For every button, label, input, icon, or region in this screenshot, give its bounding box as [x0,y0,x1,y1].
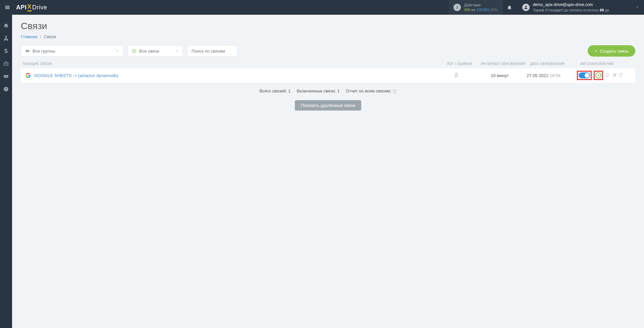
folder-icon [25,49,30,53]
col-header-name: ТЕКУЩИЕ СВЯЗИ [22,62,443,66]
actions-counter[interactable]: i Действия: 408 из 100'000 (0%) [449,0,503,15]
gear-icon [612,73,616,77]
sidebar: ? [0,15,12,328]
report-icon[interactable] [392,88,396,93]
links-select-label: Все связи [139,49,159,54]
page-title: Связи [21,21,635,31]
summary-enabled: Включенные связи: 1 [297,88,340,93]
filter-toolbar: Все группы Все связи Создать связь [21,45,635,57]
delete-button[interactable] [619,73,623,78]
chevron-down-icon [635,5,639,9]
notifications-button[interactable] [503,5,516,10]
summary-bar: Всего связей: 1 Включенные связи: 1 Отче… [21,88,635,93]
briefcase-icon [3,61,9,66]
autoupdate-toggle[interactable] [579,72,590,78]
avatar-icon [522,4,530,11]
play-icon [132,49,137,53]
youtube-icon [3,74,9,79]
chevron-down-icon [116,49,119,54]
connection-name[interactable]: GOOGLE SHEETS -> (amazon dynamodb) [34,73,118,78]
svg-text:?: ? [5,87,7,91]
user-tariff: Тариф |Стандарт| до оплаты осталось 69 д… [533,8,609,12]
settings-button[interactable] [612,73,616,78]
user-email: demo_apix-drive@apix-drive.com [533,2,609,8]
user-menu-chevron[interactable] [635,4,639,10]
menu-toggle-button[interactable] [0,0,15,15]
bell-icon [507,5,512,10]
breadcrumb-home[interactable]: Главная [21,34,37,39]
header-right: i Действия: 408 из 100'000 (0%) demo_api… [449,0,644,15]
top-header: APIXDrive i Действия: 408 из 100'000 (0%… [0,0,644,15]
groups-select[interactable]: Все группы [21,45,123,57]
breadcrumb-current: Связи [44,34,56,39]
table-header: ТЕКУЩИЕ СВЯЗИ ЛОГ / ОШИБКИ ИНТЕРВАЛ ОБНО… [21,62,635,68]
hamburger-icon [4,4,10,10]
log-button[interactable] [454,73,459,78]
home-icon [3,23,9,28]
google-icon [25,73,31,78]
user-menu[interactable]: demo_apix-drive@apix-drive.com Тариф |Ст… [516,2,615,12]
user-text: demo_apix-drive@apix-drive.com Тариф |Ст… [533,2,609,12]
sidebar-item-tools[interactable] [3,60,9,67]
logo[interactable]: APIXDrive [16,3,47,11]
col-header-log: ЛОГ / ОШИБКИ [443,62,476,66]
col-header-auto: АВТООБНОВЛЕНИЕ [580,62,634,66]
search-input-wrapper[interactable] [187,45,237,57]
search-input[interactable] [192,49,233,54]
chevron-down-icon [175,49,179,54]
sidebar-item-home[interactable] [3,22,9,29]
links-select[interactable]: Все связи [127,45,183,57]
summary-total: Всего связей: 1 [260,88,291,93]
highlight-toggle [577,71,592,80]
copy-button[interactable] [605,73,610,78]
main-content: Связи Главная / Связи Все группы Все свя… [12,15,644,328]
dollar-icon [3,48,9,54]
highlight-play [594,71,603,80]
sidebar-item-video[interactable] [3,73,9,80]
plus-icon [594,49,598,53]
create-label: Создать связь [600,49,629,54]
sidebar-item-connections[interactable] [3,35,9,42]
run-now-button[interactable] [595,72,601,78]
actions-text: Действия: 408 из 100'000 (0%) [464,3,498,12]
logo-api: API [16,4,27,11]
help-icon: ? [3,86,9,92]
actions-values: 408 из 100'000 (0%) [464,7,498,12]
logo-drive: Drive [32,4,47,11]
connection-row[interactable]: GOOGLE SHEETS -> (amazon dynamodb) 10 ми… [21,68,635,82]
document-icon [454,73,459,77]
summary-report[interactable]: Отчет по всем связям: [346,88,397,93]
groups-select-label: Все группы [33,49,55,54]
info-icon: i [453,4,461,11]
sidebar-item-help[interactable]: ? [3,86,9,92]
create-connection-button[interactable]: Создать связь [588,45,635,57]
trash-icon [619,73,623,77]
sidebar-item-billing[interactable] [3,48,9,54]
breadcrumb: Главная / Связи [21,34,635,39]
sitemap-icon [3,36,9,41]
logo-x: X [28,3,32,11]
show-deleted-button[interactable]: Показать удаленные связи [295,100,362,111]
breadcrumb-sep: / [40,34,41,39]
col-header-interval: ИНТЕРВАЛ ОБНОВЛЕНИЯ [476,62,530,66]
copy-icon [605,73,610,77]
connection-interval: 10 минут [473,73,527,78]
col-header-date: ДАТА ОБНОВЛЕНИЯ [530,62,580,66]
connection-date: 27.05.2022 16:54 [527,73,577,78]
actions-label: Действия: [464,3,498,7]
